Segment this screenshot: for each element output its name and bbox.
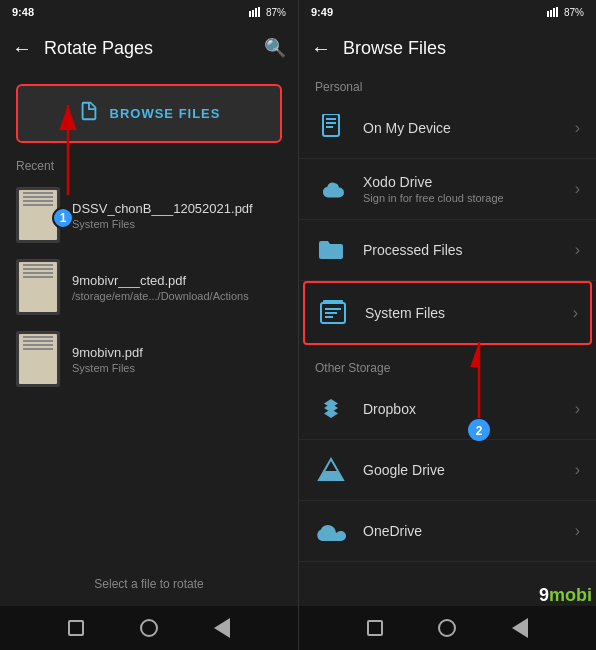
svg-rect-6	[547, 11, 549, 17]
list-item[interactable]: 9mobivn.pdf System Files	[0, 323, 298, 395]
watermark-mobi: mobi	[549, 585, 592, 606]
nav-home-icon[interactable]	[140, 619, 158, 637]
right-panel: 9:49 87% ← Browse Files Personal On My D…	[298, 0, 596, 650]
list-item[interactable]: 1 DSSV_chonB___12052021.pdf System Files	[0, 179, 298, 251]
browse-files-button[interactable]: BROWSE FILES	[16, 84, 282, 143]
browse-files-label: BROWSE FILES	[110, 106, 221, 121]
list-item[interactable]: 9mobivr___cted.pdf /storage/em/ate.../Do…	[0, 251, 298, 323]
bottom-status-bar: Select a file to rotate	[0, 562, 298, 606]
item-name: Dropbox	[363, 401, 559, 417]
left-status-icons: 87%	[249, 7, 286, 18]
chevron-right-icon: ›	[573, 304, 578, 322]
chevron-right-icon: ›	[575, 180, 580, 198]
browse-btn-container: BROWSE FILES	[0, 72, 298, 155]
chevron-right-icon: ›	[575, 241, 580, 259]
list-item[interactable]: Processed Files ›	[299, 220, 596, 281]
left-back-button[interactable]: ←	[8, 33, 36, 64]
browse-file-icon	[78, 100, 100, 127]
cloud-icon	[315, 173, 347, 205]
right-status-bar: 9:49 87%	[299, 0, 596, 24]
nav-home-icon[interactable]	[438, 619, 456, 637]
item-name: Processed Files	[363, 242, 559, 258]
item-info: OneDrive	[363, 523, 559, 539]
right-status-icons: 87%	[547, 7, 584, 18]
onedrive-icon	[315, 515, 347, 547]
dropbox-icon	[315, 393, 347, 425]
browse-file-list: On My Device › Xodo Drive Sign in for fr…	[299, 98, 596, 606]
svg-rect-10	[323, 114, 339, 136]
watermark: 9 mobi	[539, 585, 592, 606]
item-sub: Sign in for free cloud storage	[363, 192, 559, 204]
nav-back-icon[interactable]	[512, 618, 528, 638]
right-status-time: 9:49	[311, 6, 333, 18]
item-info: Xodo Drive Sign in for free cloud storag…	[363, 174, 559, 204]
device-icon	[315, 112, 347, 144]
folder-icon	[315, 234, 347, 266]
right-page-title: Browse Files	[343, 38, 588, 59]
svg-rect-15	[325, 308, 341, 310]
google-drive-icon	[315, 454, 347, 486]
other-section-label: Other Storage	[299, 353, 596, 379]
nav-square-icon[interactable]	[367, 620, 383, 636]
item-info: Dropbox	[363, 401, 559, 417]
search-icon[interactable]: 🔍	[260, 33, 290, 63]
nav-back-icon[interactable]	[214, 618, 230, 638]
item-name: Google Drive	[363, 462, 559, 478]
left-panel: 9:48 87% ← Rotate Pages 🔍 BROWSE FILES R…	[0, 0, 298, 650]
item-info: Processed Files	[363, 242, 559, 258]
svg-rect-1	[252, 10, 254, 17]
file-info: 9mobivn.pdf System Files	[72, 345, 282, 374]
watermark-9: 9	[539, 585, 549, 606]
personal-section-label: Personal	[299, 72, 596, 98]
right-top-bar: ← Browse Files	[299, 24, 596, 72]
list-item[interactable]: Xodo Drive Sign in for free cloud storag…	[299, 159, 596, 220]
svg-rect-16	[325, 312, 337, 314]
svg-rect-17	[325, 316, 333, 318]
left-nav-bar	[0, 606, 298, 650]
item-info: Google Drive	[363, 462, 559, 478]
file-info: DSSV_chonB___12052021.pdf System Files	[72, 201, 282, 230]
select-file-text: Select a file to rotate	[94, 577, 203, 591]
file-name: 9mobivn.pdf	[72, 345, 282, 360]
item-name: OneDrive	[363, 523, 559, 539]
left-status-bar: 9:48 87%	[0, 0, 298, 24]
svg-rect-7	[550, 10, 552, 17]
nav-square-icon[interactable]	[68, 620, 84, 636]
item-info: On My Device	[363, 120, 559, 136]
left-status-time: 9:48	[12, 6, 34, 18]
recent-section-label: Recent	[0, 155, 298, 179]
step-badge-1: 1	[52, 207, 74, 229]
chevron-right-icon: ›	[575, 522, 580, 540]
file-name: 9mobivr___cted.pdf	[72, 273, 282, 288]
svg-rect-8	[553, 8, 555, 17]
file-info: 9mobivr___cted.pdf /storage/em/ate.../Do…	[72, 273, 282, 302]
list-item[interactable]: On My Device ›	[299, 98, 596, 159]
svg-rect-11	[326, 118, 336, 120]
svg-rect-2	[255, 8, 257, 17]
file-sub: System Files	[72, 362, 282, 374]
svg-rect-18	[323, 300, 343, 304]
list-item[interactable]: OneDrive ›	[299, 501, 596, 562]
list-item[interactable]: Dropbox ›	[299, 379, 596, 440]
file-thumbnail	[16, 331, 60, 387]
item-name: On My Device	[363, 120, 559, 136]
svg-rect-3	[258, 7, 260, 17]
list-item[interactable]: Google Drive ›	[299, 440, 596, 501]
item-name: Xodo Drive	[363, 174, 559, 190]
left-top-bar: ← Rotate Pages 🔍	[0, 24, 298, 72]
chevron-right-icon: ›	[575, 461, 580, 479]
chevron-right-icon: ›	[575, 119, 580, 137]
svg-rect-0	[249, 11, 251, 17]
system-files-item[interactable]: System Files ›	[303, 281, 592, 345]
chevron-right-icon: ›	[575, 400, 580, 418]
right-nav-bar	[299, 606, 596, 650]
svg-rect-9	[556, 7, 558, 17]
right-back-button[interactable]: ←	[307, 33, 335, 64]
svg-rect-12	[326, 122, 336, 124]
item-info: System Files	[365, 305, 557, 321]
item-name: System Files	[365, 305, 557, 321]
svg-rect-13	[326, 126, 333, 128]
file-sub: System Files	[72, 218, 282, 230]
file-thumbnail	[16, 259, 60, 315]
system-files-icon	[317, 297, 349, 329]
